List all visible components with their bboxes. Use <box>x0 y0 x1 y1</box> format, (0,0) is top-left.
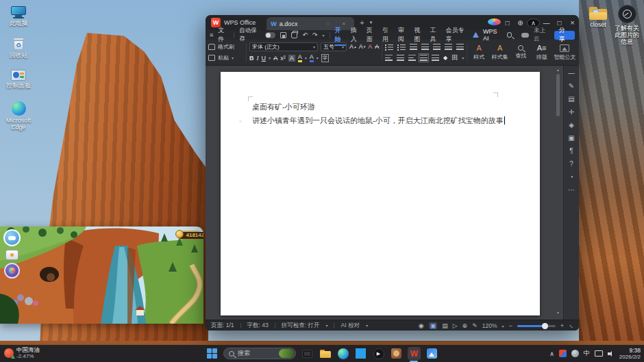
ribbon-tab-insert[interactable]: 插入 <box>351 26 362 44</box>
underline-button[interactable]: U <box>262 55 267 62</box>
save-icon[interactable] <box>280 32 286 38</box>
word-count[interactable]: 字数: 43 <box>247 322 269 330</box>
shrink-font-button[interactable]: A▾ <box>359 43 366 50</box>
eye-protect-icon[interactable]: ◉ <box>419 322 424 329</box>
style-set-button[interactable]: A 样式集 <box>491 41 509 64</box>
theme-icon[interactable] <box>488 18 501 27</box>
game-gift-button[interactable] <box>5 250 18 260</box>
text-effects-icon[interactable]: A <box>368 43 372 50</box>
align-right-icon[interactable] <box>408 55 416 61</box>
tab-list-chevron-icon[interactable]: ▾ <box>370 20 373 25</box>
decrease-indent-icon[interactable] <box>410 44 417 50</box>
shading-bucket-icon[interactable]: ◆ <box>443 55 447 61</box>
spellcheck-status[interactable]: 拼写检查: 打开 <box>282 322 320 330</box>
hamburger-icon[interactable]: ≡ <box>210 31 213 38</box>
align-center-icon[interactable] <box>397 55 404 61</box>
italic-button[interactable]: I <box>257 55 259 62</box>
game-weather-button[interactable] <box>3 229 21 246</box>
doc-text-line1[interactable]: 桌面有矿-小可环游 <box>252 102 315 112</box>
game-window[interactable]: 418142 <box>0 227 203 324</box>
share-panel-icon[interactable]: ◈ <box>569 122 574 129</box>
taskbar-edge[interactable] <box>336 347 349 360</box>
zoom-in-icon[interactable]: + <box>560 322 564 329</box>
desktop-icon-this-pc[interactable]: 此电脑 <box>0 6 37 27</box>
ink-icon[interactable]: ✎ <box>472 322 478 329</box>
sort-icon[interactable] <box>456 44 464 50</box>
avatar[interactable]: ∧ <box>527 18 540 27</box>
edit-pen-icon[interactable]: ✎ <box>569 83 574 90</box>
cloud-status-label[interactable]: 未上云 <box>534 27 549 43</box>
borders-chevron-icon[interactable]: ▾ <box>462 55 464 60</box>
undo-icon[interactable]: ↶ <box>302 31 308 38</box>
taskbar-wps[interactable]: W <box>408 347 421 360</box>
numbering-panel-icon[interactable]: ¶ <box>569 148 573 155</box>
minimize-button[interactable]: — <box>540 19 553 27</box>
desktop-icon-closet-folder[interactable]: closet <box>583 7 613 28</box>
taskbar-app-dark[interactable] <box>301 347 314 360</box>
select-tool-icon[interactable]: ▤ <box>568 96 574 103</box>
taskbar-app-brown[interactable] <box>390 347 403 360</box>
taskbar-file-explorer[interactable] <box>319 347 332 360</box>
taskbar-search[interactable]: 搜索 <box>223 348 296 359</box>
char-shading-button[interactable]: A <box>288 55 295 62</box>
redo-chevron-icon[interactable]: ▾ <box>323 33 325 38</box>
page-view-icon[interactable]: ▣ <box>429 322 438 329</box>
numbered-list-icon[interactable] <box>397 44 406 50</box>
highlight-color-button[interactable]: A <box>298 53 302 62</box>
mode-switch-icon[interactable]: ⊕ <box>514 19 527 27</box>
ribbon-tab-member[interactable]: 会员专享 <box>446 26 468 44</box>
ribbon-tab-tools[interactable]: 工具 <box>430 26 441 44</box>
line-spacing-icon[interactable] <box>445 44 452 50</box>
justify-icon[interactable] <box>420 55 428 61</box>
desktop-icon-edge[interactable]: Microsoft Edge <box>0 101 37 131</box>
zoom-level[interactable]: 120% <box>482 322 497 329</box>
distribute-icon[interactable] <box>432 55 439 61</box>
search-icon[interactable] <box>507 32 512 38</box>
tray-expand-icon[interactable]: ∧ <box>549 350 554 357</box>
ribbon-tab-review[interactable]: 审阅 <box>398 26 409 44</box>
borders-button[interactable]: 田 <box>451 53 458 62</box>
vertical-scrollbar[interactable]: ▴ ▾ <box>556 67 560 318</box>
scroll-down-icon[interactable]: ▾ <box>556 310 560 315</box>
superscript-button[interactable]: x² <box>280 55 286 62</box>
zoom-slider-knob[interactable] <box>542 323 548 329</box>
grow-font-button[interactable]: A▴ <box>349 43 356 50</box>
font-color-chevron-icon[interactable]: ▾ <box>317 55 319 60</box>
desktop-icon-control-panel[interactable]: 控制面板 <box>0 70 37 89</box>
ribbon-tab-view[interactable]: 视图 <box>414 26 425 44</box>
share-button[interactable]: 分享 <box>554 31 575 40</box>
desktop-icon-recycle-bin[interactable]: ♻ 回收站 <box>0 38 37 59</box>
ribbon-tab-page[interactable]: 页面 <box>367 26 377 44</box>
ribbon-tab-reference[interactable]: 引用 <box>382 26 393 44</box>
text-direction-icon[interactable] <box>433 44 441 50</box>
play-view-icon[interactable]: ▷ <box>453 322 458 329</box>
ai-proofread-chevron-icon[interactable]: ▾ <box>366 323 368 328</box>
tray-device-icon[interactable] <box>595 350 603 357</box>
paste-chevron-icon[interactable]: ▾ <box>232 55 234 60</box>
enclose-char-button[interactable]: 字 <box>321 54 329 62</box>
increase-indent-icon[interactable] <box>421 44 429 50</box>
game-event-button[interactable] <box>4 263 20 279</box>
format-painter-button[interactable]: 格式刷 <box>218 43 234 51</box>
ai-proofread[interactable]: AI 校对 <box>340 322 359 330</box>
taskbar-vscode[interactable] <box>354 347 367 360</box>
styles-button[interactable]: A 样式 <box>470 41 488 64</box>
taskbar-media-player[interactable]: ▶ <box>372 347 385 360</box>
collapse-sidebar-icon[interactable]: — <box>568 70 575 77</box>
zoom-slider[interactable] <box>517 325 556 327</box>
help-icon[interactable]: ? <box>569 161 573 168</box>
scrollbar-thumb[interactable] <box>556 74 560 116</box>
bold-button[interactable]: B <box>249 55 254 62</box>
more-icon[interactable]: ⋯ <box>568 187 575 194</box>
ime-indicator[interactable]: 中 <box>584 349 590 358</box>
paragraph-handle-icon[interactable]: ⁘ <box>238 120 242 127</box>
scroll-up-icon[interactable]: ▴ <box>556 67 560 72</box>
align-left-icon[interactable] <box>385 55 393 61</box>
typeset-button[interactable]: A≡ 排版 <box>532 41 550 64</box>
print-icon[interactable] <box>291 32 297 38</box>
strikethrough-button[interactable]: A <box>273 55 277 62</box>
contact-icon[interactable]: ◔ <box>569 174 573 181</box>
paste-button[interactable]: 粘贴 <box>218 54 229 62</box>
find-button[interactable]: 查找 <box>512 41 530 64</box>
smart-doc-button[interactable]: 智能公文 <box>554 41 576 64</box>
